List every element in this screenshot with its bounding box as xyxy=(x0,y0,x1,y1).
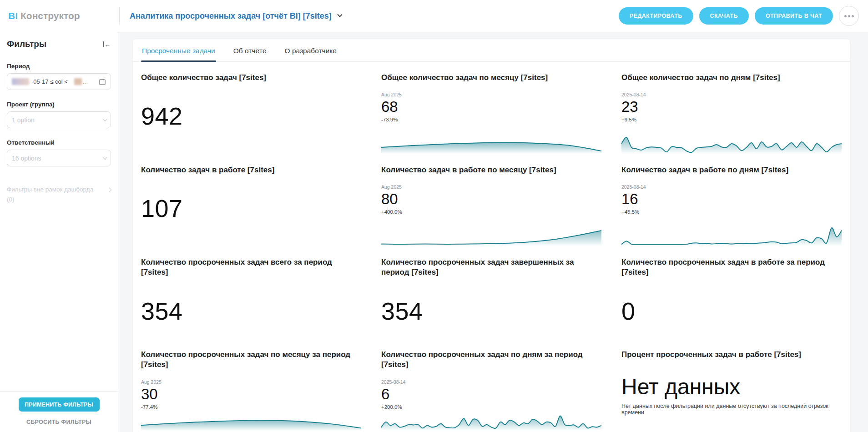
kpi-grid: Общее количество задач [7sites] 942 Обще… xyxy=(133,62,850,432)
card-inwork-monthly: Количество задач в работе по месяцу [7si… xyxy=(381,165,601,251)
card-title: Общее количество задач по месяцу [7sites… xyxy=(381,73,601,83)
card-title: Процент просроченных задач в работе [7si… xyxy=(621,350,842,360)
assignee-select[interactable]: 16 options xyxy=(7,150,111,166)
outer-filters-link[interactable]: Фильтры вне рамок дашборда (0) xyxy=(7,185,111,205)
delta-value: +200.0% xyxy=(381,404,601,410)
sparkline-chart xyxy=(621,132,842,154)
period-label: Aug 2025 xyxy=(381,184,601,190)
card-title: Количество просроченных задач завершенны… xyxy=(381,257,601,278)
sparkline-chart xyxy=(381,224,601,246)
chevron-down-icon xyxy=(103,155,107,160)
period-label: Aug 2025 xyxy=(381,92,601,97)
kpi-value: 354 xyxy=(381,297,601,325)
card-overdue-inwork: Количество просроченных задач в работе з… xyxy=(621,257,842,344)
card-total-tasks-monthly: Общее количество задач по месяцу [7sites… xyxy=(381,73,601,159)
tab-overdue-tasks[interactable]: Просроченные задачи xyxy=(141,39,216,61)
delta-value: -73.9% xyxy=(381,117,601,122)
app-header: BI Конструктор Аналитика просроченных за… xyxy=(0,0,868,32)
redacted-date-start xyxy=(12,78,29,85)
card-overdue-percent: Процент просроченных задач в работе [7si… xyxy=(621,350,842,432)
period-label: Aug 2025 xyxy=(141,379,361,385)
outer-filters-count: (0) xyxy=(7,195,111,205)
delta-value: -77.4% xyxy=(141,404,361,410)
card-title: Количество задач в работе по дням [7site… xyxy=(621,165,842,175)
calendar-icon[interactable] xyxy=(99,78,106,85)
period-label: 2025-08-14 xyxy=(621,184,842,190)
dashboard-tabs: Просроченные задачи Об отчёте О разработ… xyxy=(133,39,850,62)
card-title: Общее количество задач [7sites] xyxy=(141,73,361,83)
project-group-select[interactable]: 1 option xyxy=(7,111,111,128)
card-title: Количество просроченных задач по месяцу … xyxy=(141,350,361,370)
download-button[interactable]: СКАЧАТЬ xyxy=(699,7,749,25)
send-to-chat-button[interactable]: ОТПРАВИТЬ В ЧАТ xyxy=(755,7,833,25)
card-title: Общее количество задач по дням [7sites] xyxy=(621,73,842,83)
app-logo: BI Конструктор xyxy=(8,10,119,21)
main-area: Просроченные задачи Об отчёте О разработ… xyxy=(118,32,868,432)
header-actions: РЕДАКТИРОВАТЬ СКАЧАТЬ ОТПРАВИТЬ В ЧАТ xyxy=(619,6,859,26)
apply-filters-button[interactable]: ПРИМЕНИТЬ ФИЛЬТРЫ xyxy=(19,397,100,412)
delta-value: +400.0% xyxy=(381,209,601,215)
period-label: Период xyxy=(7,63,111,70)
header-divider xyxy=(119,7,120,25)
period-input[interactable]: -05-17 ≤ col < … xyxy=(7,73,111,90)
ellipsis-icon xyxy=(848,15,850,17)
card-total-tasks: Общее количество задач [7sites] 942 xyxy=(141,73,361,159)
period-label: 2025-08-14 xyxy=(381,379,601,385)
card-total-tasks-daily: Общее количество задач по дням [7sites] … xyxy=(621,73,842,159)
chevron-down-icon xyxy=(103,117,107,121)
kpi-value: 16 xyxy=(621,191,842,208)
logo-bi: BI xyxy=(8,10,18,21)
chevron-down-icon[interactable] xyxy=(337,12,342,17)
period-value: -05-17 ≤ col < xyxy=(31,78,68,85)
project-group-label: Проект (группа) xyxy=(7,101,111,108)
assignee-label: Ответственный xyxy=(7,139,111,146)
tab-about-report[interactable]: Об отчёте xyxy=(232,39,267,61)
sidebar-footer: ПРИМЕНИТЬ ФИЛЬТРЫ СБРОСИТЬ ФИЛЬТРЫ xyxy=(0,391,118,432)
card-title: Количество просроченных задач по дням за… xyxy=(381,350,601,370)
ellipsis-icon xyxy=(852,15,854,17)
card-title: Количество просроченных задач всего за п… xyxy=(141,257,361,278)
card-overdue-daily: Количество просроченных задач по дням за… xyxy=(381,350,601,432)
assignee-placeholder: 16 options xyxy=(12,155,41,162)
sparkline-chart xyxy=(381,132,601,154)
reset-filters-button[interactable]: СБРОСИТЬ ФИЛЬТРЫ xyxy=(26,419,91,425)
no-data-note: Нет данных после фильтрации или данные о… xyxy=(621,403,842,416)
period-label: 2025-08-14 xyxy=(621,92,842,97)
project-group-placeholder: 1 option xyxy=(12,116,35,124)
kpi-value: 942 xyxy=(141,102,361,130)
outer-filters-label: Фильтры вне рамок дашборда xyxy=(7,185,93,195)
kpi-value: 23 xyxy=(621,98,842,116)
report-title-dropdown[interactable]: Аналитика просроченных задач [отчёт BI] … xyxy=(130,11,342,21)
more-actions-button[interactable] xyxy=(839,6,859,26)
card-title: Количество просроченных задач в работе з… xyxy=(621,257,842,278)
delta-value: +9.5% xyxy=(621,117,842,122)
delta-value: +45.5% xyxy=(621,209,842,215)
card-inwork-daily: Количество задач в работе по дням [7site… xyxy=(621,165,842,251)
card-title: Количество задач в работе [7sites] xyxy=(141,165,361,175)
collapse-sidebar-button[interactable]: ← xyxy=(103,40,111,48)
card-title: Количество задач в работе по месяцу [7si… xyxy=(381,165,601,175)
kpi-value: 6 xyxy=(381,386,601,403)
tab-about-developer[interactable]: О разработчике xyxy=(284,39,338,61)
sparkline-chart xyxy=(381,410,601,431)
period-truncation: … xyxy=(82,78,88,85)
sparkline-chart xyxy=(621,224,842,246)
chevron-right-icon xyxy=(107,187,112,192)
kpi-value: 30 xyxy=(141,386,361,403)
kpi-value: 68 xyxy=(381,98,601,116)
card-inwork-tasks: Количество задач в работе [7sites] 107 xyxy=(141,165,361,251)
ellipsis-icon xyxy=(844,15,847,17)
kpi-value: 107 xyxy=(141,194,361,222)
dashboard-card: Просроченные задачи Об отчёте О разработ… xyxy=(133,39,850,432)
redacted-date-end xyxy=(74,78,82,85)
kpi-value: 80 xyxy=(381,191,601,208)
page-title: Аналитика просроченных задач [отчёт BI] … xyxy=(130,11,332,21)
filters-title: Фильтры xyxy=(7,39,46,49)
filters-sidebar: Фильтры ← Период -05-17 ≤ col < … Проект… xyxy=(0,32,118,432)
no-data-value: Нет данных xyxy=(621,374,842,399)
card-overdue-completed: Количество просроченных задач завершенны… xyxy=(381,257,601,344)
edit-button[interactable]: РЕДАКТИРОВАТЬ xyxy=(619,7,693,25)
sparkline-chart xyxy=(141,410,361,431)
logo-name: Конструктор xyxy=(20,10,80,21)
card-overdue-monthly: Количество просроченных задач по месяцу … xyxy=(141,350,361,432)
